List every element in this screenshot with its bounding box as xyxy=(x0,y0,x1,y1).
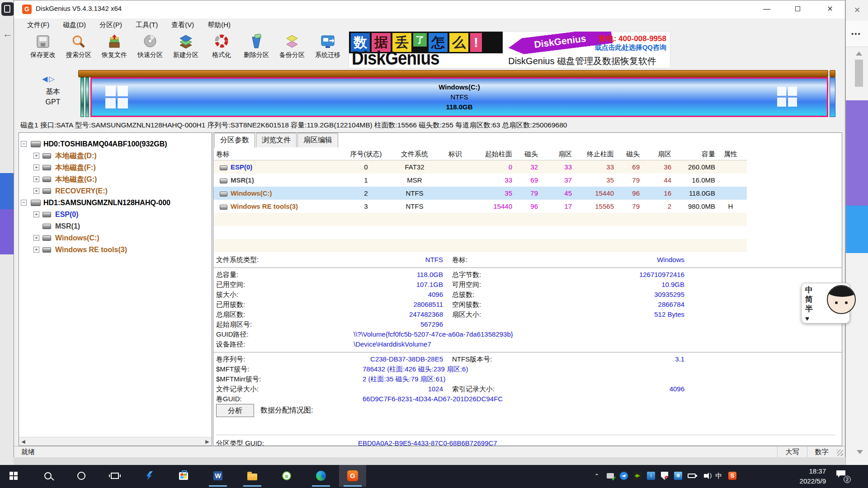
tree-item-msr[interactable]: MSR(1) xyxy=(19,221,212,232)
scroll-down-arrow-icon[interactable] xyxy=(857,450,863,454)
disk-nav-arrows[interactable]: ◀▷ xyxy=(42,75,56,83)
scroll-right-icon[interactable]: ▶ xyxy=(203,437,212,446)
expand-icon[interactable]: + xyxy=(33,188,39,194)
tray-sogou-icon[interactable]: S xyxy=(726,469,739,483)
detail-row: $MFT簇号:786432 (柱面:426 磁头:239 扇区:6) xyxy=(213,364,842,374)
backup-partition-button[interactable]: 备份分区 xyxy=(274,33,310,67)
taskbar-app-word[interactable]: W xyxy=(204,465,231,487)
background-close-icon[interactable]: ✕ xyxy=(850,5,864,16)
task-view-button[interactable] xyxy=(101,465,128,487)
partition-icon xyxy=(42,177,51,182)
tree-item-recovery-e[interactable]: +RECOVERY(E:) xyxy=(19,185,212,197)
notification-center-button[interactable]: 2 xyxy=(835,469,849,482)
delete-partition-button[interactable]: 删除分区 xyxy=(238,33,274,67)
tree-item-local-f[interactable]: +本地磁盘(F:) xyxy=(19,162,212,174)
collapse-icon[interactable]: − xyxy=(21,200,27,206)
title-bar[interactable]: G DiskGenius V5.4.3.1342 x64 — ✕ xyxy=(14,0,845,19)
search-button[interactable] xyxy=(34,465,61,487)
tree-item-windows-re[interactable]: +Windows RE tools(3) xyxy=(19,244,212,256)
taskbar-app-edge[interactable] xyxy=(307,465,335,487)
tab-browse-files[interactable]: 浏览文件 xyxy=(256,133,297,147)
cortana-button[interactable] xyxy=(68,465,95,487)
taskbar-app-diskgenius-active[interactable]: G xyxy=(339,465,366,487)
tray-dingtalk-icon[interactable] xyxy=(617,469,631,483)
maximize-button[interactable] xyxy=(787,0,808,18)
taskbar-app-store[interactable] xyxy=(170,465,197,487)
partition-icon xyxy=(42,212,51,217)
tray-security-shield-icon[interactable] xyxy=(658,469,671,483)
tree-item-local-g[interactable]: +本地磁盘(G:) xyxy=(19,174,212,185)
tray-expand-icon[interactable]: ⌃ xyxy=(590,469,604,483)
expand-icon[interactable]: + xyxy=(33,235,39,241)
menu-file[interactable]: 文件(F) xyxy=(20,19,56,31)
msr-partition-segment[interactable] xyxy=(85,77,89,117)
table-row-esp[interactable]: ESP(0) 0 FAT32 0 32 33 33 69 36 260.0MB xyxy=(213,160,747,174)
expand-icon[interactable]: + xyxy=(33,211,39,217)
tree-item-windows-c[interactable]: +Windows(C:) xyxy=(19,232,212,244)
recover-files-button[interactable]: 恢复文件 xyxy=(96,33,132,67)
menu-partition[interactable]: 分区(P) xyxy=(93,19,129,31)
expand-icon[interactable]: + xyxy=(33,247,39,253)
scroll-up-arrow-icon[interactable] xyxy=(856,52,862,56)
table-row-msr[interactable]: MSR(1) 1 MSR 33 69 37 35 79 44 16.0MB xyxy=(213,174,747,187)
tab-sector-edit[interactable]: 扇区编辑 xyxy=(297,133,338,147)
tree-item-hd0[interactable]: −HD0:TOSHIBAMQ04ABF100(932GB) xyxy=(19,138,212,150)
esp-partition-segment[interactable] xyxy=(80,77,84,117)
menu-tools[interactable]: 工具(T) xyxy=(129,19,165,31)
table-row-windows-re[interactable]: Windows RE tools(3) 3 NTFS 15440 96 17 1… xyxy=(213,200,747,213)
scroll-left-icon[interactable]: ◀ xyxy=(19,437,28,446)
system-migration-button[interactable]: 系统迁移 xyxy=(310,33,346,67)
tray-ime-indicator[interactable]: 中 xyxy=(712,469,726,483)
tab-partition-params[interactable]: 分区参数 xyxy=(214,133,255,148)
taskbar-clock[interactable]: 18:37 2022/5/9 xyxy=(784,466,826,486)
detail-row: 设备路径:\Device\HarddiskVolume7 xyxy=(213,339,842,349)
minimize-button[interactable]: — xyxy=(756,0,777,18)
re-tools-partition-segment[interactable] xyxy=(830,77,835,117)
new-partition-button[interactable]: 新建分区 xyxy=(168,33,204,67)
ime-floating-widget[interactable]: 中 简 半 ♥ xyxy=(801,283,850,324)
tray-update-check-icon[interactable]: ✓ xyxy=(604,469,617,483)
taskbar-app-flash[interactable] xyxy=(136,465,163,487)
collapse-icon[interactable]: − xyxy=(21,141,27,147)
tree-horizontal-scrollbar[interactable]: ◀ ▶ xyxy=(19,437,212,446)
system-tray: ⌃ ✓ i ❄ 中 S xyxy=(590,465,739,487)
close-button[interactable]: ✕ xyxy=(820,0,840,18)
tray-volume-icon[interactable] xyxy=(698,469,712,483)
next-disk-icon[interactable]: ▷ xyxy=(49,75,56,83)
search-partition-button[interactable]: 搜索分区 xyxy=(61,33,97,67)
resize-grip[interactable] xyxy=(837,450,843,456)
banner-qq-link[interactable]: 或点击此处选择QQ咨询 xyxy=(595,43,666,52)
partition-tree-panel: −HD0:TOSHIBAMQ04ABF100(932GB) +本地磁盘(D:) … xyxy=(19,132,212,446)
partition-icon xyxy=(42,247,51,253)
background-window-tab-icon[interactable] xyxy=(1,2,14,16)
tree-item-esp[interactable]: +ESP(0) xyxy=(19,209,212,221)
tray-power-icon[interactable] xyxy=(685,469,698,483)
taskbar-app-explorer[interactable] xyxy=(239,465,266,487)
more-options-icon[interactable]: ••• xyxy=(851,30,861,38)
heart-icon: ♥ xyxy=(805,314,809,322)
expand-icon[interactable]: + xyxy=(33,153,39,159)
analyze-button[interactable]: 分析 xyxy=(216,404,254,417)
start-button[interactable] xyxy=(0,465,27,487)
promo-banner[interactable]: 数 据 丢 了 怎 么 ! DiskGenius DiskGenius 致电: … xyxy=(349,31,670,68)
taskbar-app-360browser[interactable]: e xyxy=(273,465,300,487)
tree-item-hd1[interactable]: −HD1:SAMSUNGMZNLN128HAHQ-000 xyxy=(19,197,212,209)
menu-disk[interactable]: 磁盘(D) xyxy=(56,19,93,31)
prev-disk-icon[interactable]: ◀ xyxy=(42,75,49,83)
tree-item-local-d[interactable]: +本地磁盘(D:) xyxy=(19,150,212,162)
scrollbar-thumb[interactable] xyxy=(855,60,863,87)
expand-icon[interactable]: + xyxy=(33,176,39,182)
expand-icon[interactable]: + xyxy=(33,164,39,170)
windows-c-partition-segment[interactable]: Windows(C:) NTFS 118.0GB xyxy=(90,77,828,117)
format-button[interactable]: 格式化 xyxy=(203,33,240,67)
menu-help[interactable]: 帮助(H) xyxy=(201,19,237,31)
tray-snowflake-icon[interactable]: ❄ xyxy=(671,469,685,483)
save-changes-button[interactable]: 保存更改 xyxy=(25,33,61,67)
table-cell: Windows(C:) xyxy=(213,187,344,200)
quick-partition-button[interactable]: 快速分区 xyxy=(132,33,168,67)
table-row-windows-c-selected[interactable]: Windows(C:) 2 NTFS 35 79 45 15440 96 16 … xyxy=(213,187,747,200)
back-arrow-icon[interactable]: ← xyxy=(2,28,14,40)
tray-nvidia-icon[interactable] xyxy=(631,469,644,483)
menu-view[interactable]: 查看(V) xyxy=(165,19,201,31)
tray-intel-graphics-icon[interactable]: i xyxy=(644,469,658,483)
